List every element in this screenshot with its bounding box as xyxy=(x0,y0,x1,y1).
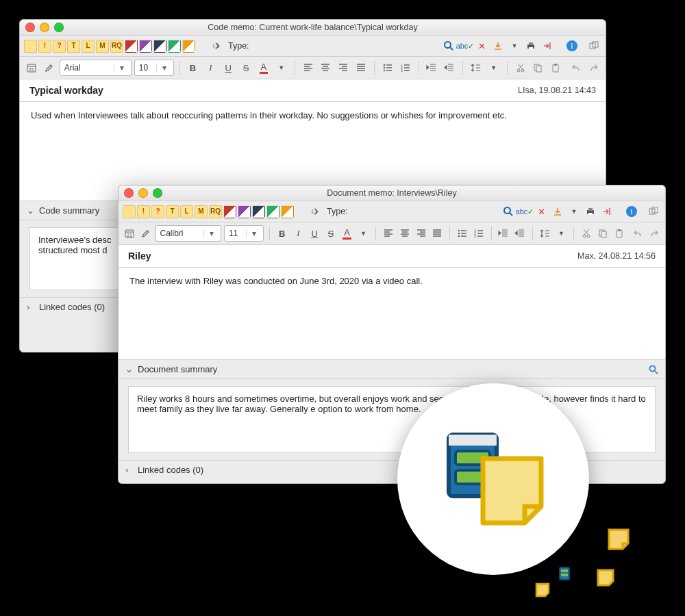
line-spacing-icon[interactable] xyxy=(538,226,552,241)
line-spacing-icon[interactable] xyxy=(469,60,484,75)
tag-color-purple[interactable] xyxy=(139,40,152,53)
titlebar[interactable]: Document memo: Interviews\Riley xyxy=(119,185,665,201)
print-icon[interactable] xyxy=(583,205,598,218)
import-icon[interactable] xyxy=(490,39,506,53)
import-icon[interactable] xyxy=(550,205,565,218)
redo-icon[interactable] xyxy=(647,226,661,241)
tag-question[interactable]: ? xyxy=(151,205,164,218)
font-color-button[interactable]: A xyxy=(256,60,271,75)
maximize-icon[interactable] xyxy=(54,23,64,32)
info-icon[interactable]: i xyxy=(564,39,580,53)
search-icon[interactable] xyxy=(441,39,456,53)
font-size-select[interactable]: 11▾ xyxy=(224,225,264,242)
align-center-icon[interactable] xyxy=(318,60,333,75)
tag-t[interactable]: T xyxy=(166,205,179,218)
align-left-icon[interactable] xyxy=(301,60,316,75)
export-icon[interactable] xyxy=(540,39,555,53)
delete-icon[interactable]: ✕ xyxy=(534,205,549,218)
tag-color-dark[interactable] xyxy=(153,40,166,53)
export-icon[interactable] xyxy=(599,205,614,218)
indent-icon[interactable] xyxy=(442,60,457,75)
tag-question[interactable]: ? xyxy=(53,40,66,53)
tag-color-purple[interactable] xyxy=(238,205,251,218)
close-icon[interactable] xyxy=(25,23,35,32)
tag-exclaim[interactable]: ! xyxy=(137,205,150,218)
paste-icon[interactable] xyxy=(612,226,626,241)
tag-color-red[interactable] xyxy=(223,205,236,218)
memo-tag-icon[interactable] xyxy=(24,40,37,53)
dropdown-icon[interactable]: ▼ xyxy=(566,205,582,218)
tag-rq[interactable]: RQ xyxy=(110,40,123,53)
outdent-icon[interactable] xyxy=(497,226,510,241)
tag-rq[interactable]: RQ xyxy=(209,205,222,218)
info-icon[interactable]: i xyxy=(624,205,639,218)
insert-date-icon[interactable]: 21 xyxy=(123,226,136,241)
tag-exclaim[interactable]: ! xyxy=(38,40,51,53)
dropdown-icon[interactable]: ▼ xyxy=(507,39,522,53)
indent-icon[interactable] xyxy=(513,226,527,241)
detach-window-icon[interactable] xyxy=(586,39,601,53)
paintbrush-icon[interactable] xyxy=(42,60,57,75)
tag-color-green[interactable] xyxy=(168,40,181,53)
undo-icon[interactable] xyxy=(569,60,584,75)
spellcheck-icon[interactable]: abc✓ xyxy=(458,39,473,53)
redo-icon[interactable] xyxy=(586,60,601,75)
maximize-icon[interactable] xyxy=(153,188,162,198)
italic-button[interactable]: I xyxy=(203,60,218,75)
detach-window-icon[interactable] xyxy=(646,205,661,218)
tag-l[interactable]: L xyxy=(82,40,95,53)
copy-icon[interactable] xyxy=(596,226,610,241)
align-justify-icon[interactable] xyxy=(430,226,444,241)
gear-icon[interactable] xyxy=(306,205,321,218)
minimize-icon[interactable] xyxy=(40,23,49,32)
close-icon[interactable] xyxy=(124,188,134,198)
document-summary-section[interactable]: ⌄ Document summary xyxy=(119,359,665,379)
insert-date-icon[interactable]: 21 xyxy=(24,60,39,75)
memo-tag-icon[interactable] xyxy=(123,205,136,218)
bold-button[interactable]: B xyxy=(275,226,289,241)
copy-icon[interactable] xyxy=(531,60,546,75)
font-family-select[interactable]: Arial ▾ xyxy=(60,60,132,76)
bold-button[interactable]: B xyxy=(186,60,201,75)
spellcheck-icon[interactable]: abc✓ xyxy=(517,205,532,218)
font-family-select[interactable]: Calibri▾ xyxy=(155,225,221,242)
strike-button[interactable]: S xyxy=(324,226,338,241)
underline-button[interactable]: U xyxy=(221,60,236,75)
tag-m[interactable]: M xyxy=(195,205,208,218)
paintbrush-icon[interactable] xyxy=(139,226,153,241)
delete-icon[interactable]: ✕ xyxy=(474,39,489,53)
search-icon[interactable] xyxy=(501,205,516,218)
cut-icon[interactable] xyxy=(580,226,593,241)
paste-icon[interactable] xyxy=(548,60,563,75)
tag-color-orange[interactable] xyxy=(182,40,195,53)
italic-button[interactable]: I xyxy=(292,226,306,241)
tag-color-orange[interactable] xyxy=(281,205,294,218)
gear-icon[interactable] xyxy=(208,39,223,53)
search-icon[interactable] xyxy=(649,365,658,374)
align-right-icon[interactable] xyxy=(336,60,351,75)
bullet-list-icon[interactable] xyxy=(456,226,469,241)
outdent-icon[interactable] xyxy=(424,60,439,75)
font-color-dropdown-icon[interactable]: ▼ xyxy=(274,60,289,75)
align-right-icon[interactable] xyxy=(414,226,428,241)
align-center-icon[interactable] xyxy=(398,226,412,241)
align-left-icon[interactable] xyxy=(382,226,395,241)
titlebar[interactable]: Code memo: Current work-life balance\Typ… xyxy=(20,20,606,36)
font-color-dropdown-icon[interactable]: ▼ xyxy=(357,226,371,241)
font-color-button[interactable]: A xyxy=(340,226,354,241)
tag-t[interactable]: T xyxy=(67,40,80,53)
tag-m[interactable]: M xyxy=(96,40,109,53)
align-justify-icon[interactable] xyxy=(353,60,369,75)
tag-color-red[interactable] xyxy=(125,40,138,53)
undo-icon[interactable] xyxy=(631,226,645,241)
line-spacing-dropdown-icon[interactable]: ▼ xyxy=(555,226,569,241)
numbered-list-icon[interactable]: 123 xyxy=(398,60,413,75)
memo-body[interactable]: The interview with Riley was conducted o… xyxy=(119,268,665,359)
minimize-icon[interactable] xyxy=(138,188,148,198)
tag-color-dark[interactable] xyxy=(252,205,265,218)
tag-l[interactable]: L xyxy=(180,205,193,218)
strike-button[interactable]: S xyxy=(238,60,253,75)
line-spacing-dropdown-icon[interactable]: ▼ xyxy=(486,60,501,75)
font-size-select[interactable]: 10 ▾ xyxy=(134,60,174,76)
bullet-list-icon[interactable] xyxy=(380,60,395,75)
